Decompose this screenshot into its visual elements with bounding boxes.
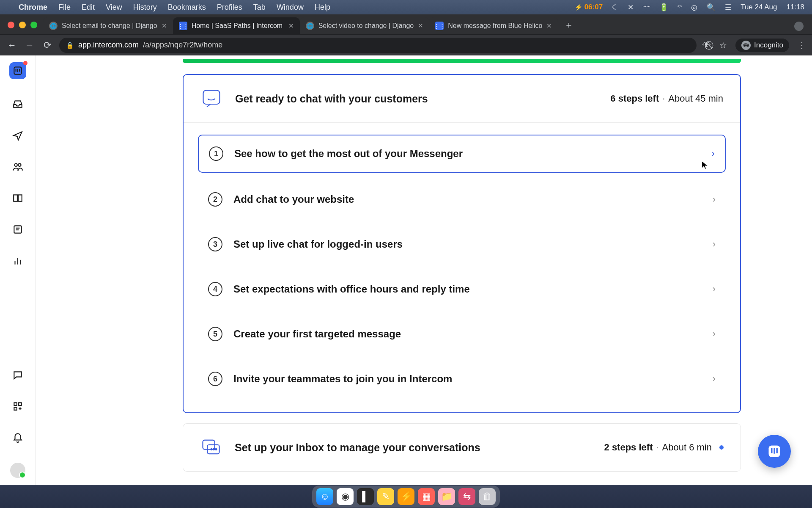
inbox-icon[interactable] bbox=[11, 98, 24, 110]
tracker-block-icon[interactable]: 👁︎⃠ bbox=[702, 40, 711, 50]
app-store-icon[interactable] bbox=[11, 400, 24, 413]
menubar-edit[interactable]: Edit bbox=[82, 3, 95, 12]
progress-bar bbox=[183, 59, 741, 63]
menubar-window[interactable]: Window bbox=[277, 3, 304, 12]
menubar-help[interactable]: Help bbox=[315, 3, 330, 12]
step-6[interactable]: 6 Invite your teammates to join you in I… bbox=[198, 361, 726, 397]
step-number: 2 bbox=[208, 192, 222, 207]
browser-tab-3[interactable]: 🌐 Select video to change | Django ✕ bbox=[300, 17, 430, 34]
page-viewport: Get ready to chat with your customers 6 … bbox=[0, 55, 812, 485]
card-meta: 2 steps left · About 6 min bbox=[604, 442, 724, 453]
step-4[interactable]: 4 Set expectations with office hours and… bbox=[198, 271, 726, 307]
tool-icon[interactable]: ✕ bbox=[628, 3, 634, 12]
new-tab-button[interactable]: ＋ bbox=[561, 17, 576, 33]
step-5[interactable]: 5 Create your first targeted message › bbox=[198, 316, 726, 352]
chevron-right-icon: › bbox=[713, 239, 716, 250]
tab-close-button[interactable]: ✕ bbox=[162, 22, 167, 30]
address-bar[interactable]: 🔒 app.intercom.com/a/apps/nqe7r2fw/home bbox=[59, 38, 697, 53]
incognito-badge[interactable]: 🕶 Incognito bbox=[735, 39, 789, 52]
menubar-time[interactable]: 11:18 bbox=[786, 3, 804, 11]
menubar-history[interactable]: History bbox=[133, 3, 157, 12]
menubar-file[interactable]: File bbox=[58, 3, 71, 12]
tab-title: New message from Blue Helico bbox=[448, 22, 542, 30]
chevron-right-icon: › bbox=[712, 148, 715, 159]
svg-rect-15 bbox=[203, 91, 220, 105]
dock-folder[interactable]: 📁 bbox=[438, 488, 455, 505]
dock-app-switch[interactable]: ⇆ bbox=[458, 488, 475, 505]
chrome-toolbar: ← → ⟳ 🔒 app.intercom.com/a/apps/nqe7r2fw… bbox=[0, 34, 812, 55]
outbound-icon[interactable] bbox=[11, 129, 24, 142]
chrome-tabstrip: 🌐 Select email to change | Django ✕ ⋮⋮ H… bbox=[0, 14, 812, 34]
tab-close-button[interactable]: ✕ bbox=[546, 22, 552, 30]
step-label: Create your first targeted message bbox=[233, 328, 702, 340]
svg-rect-12 bbox=[14, 403, 17, 406]
dock-app-bolt[interactable]: ⚡ bbox=[398, 488, 414, 505]
browser-tab-4[interactable]: ⋮⋮ New message from Blue Helico ✕ bbox=[429, 17, 558, 34]
inbox-conversation-icon bbox=[200, 436, 222, 458]
step-3[interactable]: 3 Set up live chat for logged-in users › bbox=[198, 226, 726, 262]
onboarding-card-chat: Get ready to chat with your customers 6 … bbox=[183, 74, 741, 413]
dock-trash[interactable]: 🗑 bbox=[479, 488, 496, 505]
intercom-brand-icon[interactable] bbox=[9, 62, 26, 79]
back-button[interactable]: ← bbox=[6, 40, 18, 51]
window-zoom-button[interactable] bbox=[30, 22, 37, 28]
url-path: /a/apps/nqe7r2fw/home bbox=[143, 41, 222, 50]
bookmark-star-icon[interactable]: ☆ bbox=[719, 40, 727, 50]
card-meta: 6 steps left · About 45 min bbox=[610, 93, 723, 104]
siri-icon[interactable]: ☰ bbox=[725, 3, 731, 12]
svg-point-19 bbox=[213, 449, 214, 450]
menubar-app-name[interactable]: Chrome bbox=[19, 3, 47, 12]
menubar-bookmarks[interactable]: Bookmarks bbox=[168, 3, 206, 12]
app-sidebar bbox=[0, 55, 36, 485]
dock-terminal[interactable]: ▌ bbox=[357, 488, 374, 505]
dock-chrome[interactable]: ◉ bbox=[337, 488, 354, 505]
onboarding-card-inbox[interactable]: Set up your Inbox to manage your convers… bbox=[183, 423, 741, 472]
chevron-right-icon: › bbox=[713, 284, 716, 295]
time-estimate: About 45 min bbox=[668, 93, 723, 104]
intercom-launcher-button[interactable] bbox=[758, 435, 791, 468]
articles-icon[interactable] bbox=[11, 192, 24, 204]
incognito-indicator-icon[interactable] bbox=[794, 22, 804, 31]
user-avatar[interactable] bbox=[10, 463, 25, 478]
card-title: Get ready to chat with your customers bbox=[235, 93, 598, 105]
steps-left: 6 steps left bbox=[610, 93, 659, 104]
messenger-icon[interactable] bbox=[11, 369, 24, 381]
menubar-view[interactable]: View bbox=[106, 3, 122, 12]
operator-icon[interactable] bbox=[11, 223, 24, 236]
wifi-icon[interactable]: ⌔ bbox=[678, 3, 682, 11]
menubar-date[interactable]: Tue 24 Aug bbox=[741, 3, 777, 11]
window-close-button[interactable] bbox=[8, 22, 14, 28]
step-label: Set expectations with office hours and r… bbox=[233, 283, 702, 295]
step-number: 6 bbox=[208, 372, 222, 386]
chevron-right-icon: › bbox=[713, 373, 716, 384]
control-center-icon[interactable]: ◎ bbox=[691, 3, 697, 12]
dock-notes[interactable]: ✎ bbox=[377, 488, 394, 505]
spotlight-icon[interactable]: 🔍 bbox=[707, 3, 716, 12]
dock-calendar[interactable]: ▦ bbox=[418, 488, 435, 505]
notifications-icon[interactable] bbox=[11, 431, 24, 444]
browser-tab-2-active[interactable]: ⋮⋮ Home | SaaS Paths | Intercom ✕ bbox=[173, 17, 300, 34]
macos-menubar: Chrome File Edit View History Bookmarks … bbox=[0, 0, 812, 14]
tab-close-button[interactable]: ✕ bbox=[288, 22, 294, 30]
dnd-icon[interactable]: ☾ bbox=[612, 3, 618, 12]
battery-icon[interactable]: 🔋 bbox=[659, 3, 668, 12]
tab-close-button[interactable]: ✕ bbox=[418, 22, 423, 30]
menubar-profiles[interactable]: Profiles bbox=[217, 3, 242, 12]
battery-status[interactable]: ⚡06:07 bbox=[575, 3, 603, 11]
svg-point-18 bbox=[211, 449, 212, 450]
reports-icon[interactable] bbox=[11, 254, 24, 267]
browser-tab-1[interactable]: 🌐 Select email to change | Django ✕ bbox=[43, 17, 173, 34]
window-minimize-button[interactable] bbox=[19, 22, 26, 28]
contacts-icon[interactable] bbox=[11, 160, 24, 173]
chrome-menu-button[interactable]: ⋮ bbox=[798, 40, 806, 50]
dock-finder[interactable]: ☺ bbox=[316, 488, 333, 505]
menubar-tab[interactable]: Tab bbox=[253, 3, 266, 12]
cloud-icon[interactable]: 〰 bbox=[643, 3, 650, 11]
step-list: 1 See how to get the most out of your Me… bbox=[184, 123, 740, 412]
macos-dock-shelf: ☺ ◉ ▌ ✎ ⚡ ▦ 📁 ⇆ 🗑 bbox=[0, 485, 812, 508]
reload-button[interactable]: ⟳ bbox=[41, 40, 53, 51]
globe-icon: 🌐 bbox=[49, 22, 58, 30]
step-2[interactable]: 2 Add chat to your website › bbox=[198, 181, 726, 218]
forward-button: → bbox=[24, 40, 36, 51]
step-1[interactable]: 1 See how to get the most out of your Me… bbox=[198, 135, 726, 173]
